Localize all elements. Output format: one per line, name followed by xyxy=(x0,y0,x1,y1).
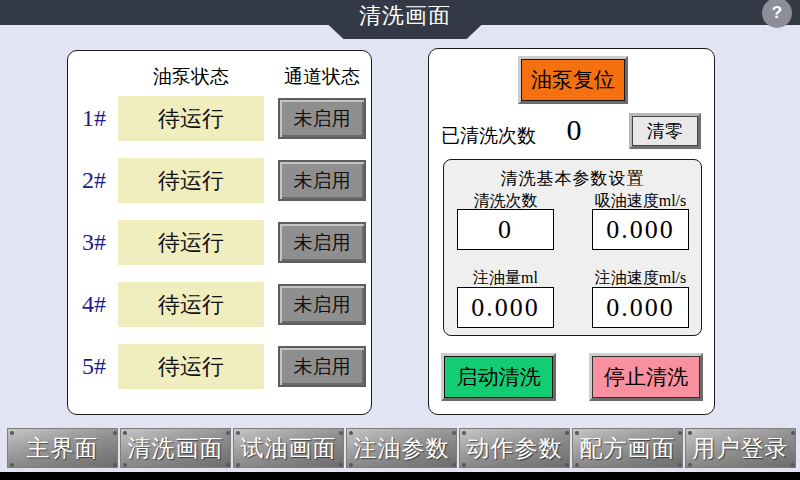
pump-status-header: 油泵状态 xyxy=(118,64,264,90)
pump-status-display: 待运行 xyxy=(118,158,264,203)
pump-row-number: 4# xyxy=(72,282,116,327)
cleaning-params-group: 清洗基本参数设置 清洗次数 0 吸油速度ml/s 0.000 注油量ml 0.0… xyxy=(443,159,702,336)
stop-cleaning-button[interactable]: 停止清洗 xyxy=(589,353,703,401)
washed-count-value: 0 xyxy=(547,113,601,147)
params-group-title: 清洗基本参数设置 xyxy=(444,167,701,190)
channel-status-header: 通道状态 xyxy=(278,64,366,90)
pump-status-panel: 油泵状态 通道状态 1# 待运行 未启用 2# 待运行 未启用 3# 待运行 未… xyxy=(67,50,372,415)
nav-injection-params[interactable]: 注油参数 xyxy=(346,428,457,468)
pump-row-number: 2# xyxy=(72,158,116,203)
cleaning-control-panel: 油泵复位 已清洗次数 0 清零 清洗基本参数设置 清洗次数 0 吸油速度ml/s… xyxy=(428,48,715,415)
nav-oil-test-screen[interactable]: 试油画面 xyxy=(233,428,344,468)
question-mark-icon: ? xyxy=(772,3,782,23)
inject-volume-label: 注油量ml xyxy=(445,268,566,289)
pump-status-display: 待运行 xyxy=(118,344,264,389)
pump-row-number: 3# xyxy=(72,220,116,265)
nav-action-params[interactable]: 动作参数 xyxy=(459,428,570,468)
bottom-black-strip xyxy=(0,472,800,480)
page-title-tab: 清洗画面 xyxy=(326,0,484,39)
clear-count-button[interactable]: 清零 xyxy=(629,113,701,149)
channel-status-button[interactable]: 未启用 xyxy=(278,160,366,201)
nav-recipe-screen[interactable]: 配方画面 xyxy=(572,428,683,468)
pump-status-display: 待运行 xyxy=(118,282,264,327)
pump-row-number: 5# xyxy=(72,344,116,389)
inject-volume-input[interactable]: 0.000 xyxy=(457,287,554,328)
pump-status-display: 待运行 xyxy=(118,96,264,141)
nav-cleaning-screen[interactable]: 清洗画面 xyxy=(120,428,231,468)
nav-main-screen[interactable]: 主界面 xyxy=(7,428,118,468)
inject-speed-input[interactable]: 0.000 xyxy=(592,287,689,328)
channel-status-button[interactable]: 未启用 xyxy=(278,98,366,139)
hmi-screen: 清洗画面 ? 油泵状态 通道状态 1# 待运行 未启用 2# 待运行 未启用 3… xyxy=(0,0,800,480)
start-cleaning-button[interactable]: 启动清洗 xyxy=(441,353,556,401)
pump-status-display: 待运行 xyxy=(118,220,264,265)
wash-count-input[interactable]: 0 xyxy=(457,209,554,250)
channel-status-button[interactable]: 未启用 xyxy=(278,284,366,325)
channel-status-button[interactable]: 未启用 xyxy=(278,222,366,263)
bottom-nav-bar: 主界面 清洗画面 试油画面 注油参数 动作参数 配方画面 用户登录 xyxy=(7,428,800,468)
pump-row-number: 1# xyxy=(72,96,116,141)
washed-count-label: 已清洗次数 xyxy=(441,123,536,149)
pump-reset-button[interactable]: 油泵复位 xyxy=(518,56,628,104)
channel-status-button[interactable]: 未启用 xyxy=(278,346,366,387)
suction-speed-input[interactable]: 0.000 xyxy=(592,209,689,250)
page-title: 清洗画面 xyxy=(359,1,451,39)
inject-speed-label: 注油速度ml/s xyxy=(580,268,701,289)
nav-user-login[interactable]: 用户登录 xyxy=(685,428,796,468)
